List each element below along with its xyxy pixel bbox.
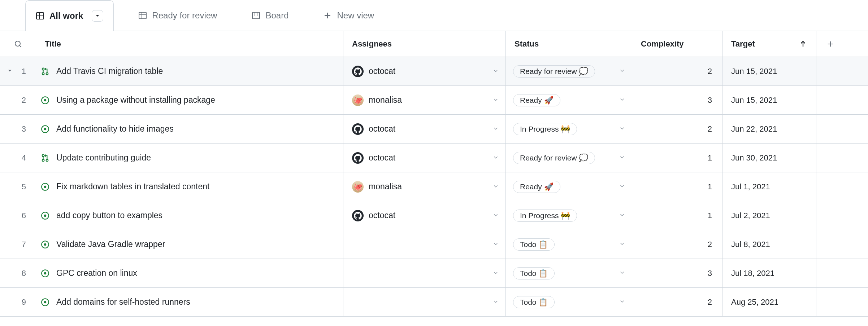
table-row[interactable]: 5Fix markdown tables in translated conte… — [0, 172, 868, 201]
chevron-down-icon[interactable] — [619, 125, 625, 133]
tab-options-button[interactable] — [92, 10, 103, 22]
search-button[interactable] — [0, 31, 36, 57]
chevron-down-icon[interactable] — [492, 95, 499, 105]
table-row[interactable]: 1Add Travis CI migration tableoctocatRea… — [0, 57, 868, 86]
title-cell[interactable]: Add Travis CI migration table — [36, 57, 343, 85]
status-cell[interactable]: Ready for review 💭 — [505, 57, 632, 85]
target-date: Jun 22, 2021 — [731, 124, 777, 134]
complexity-cell[interactable]: 3 — [632, 86, 722, 114]
add-column-button[interactable] — [816, 31, 845, 57]
row-number-value: 5 — [22, 182, 26, 191]
status-cell[interactable]: Todo 📋 — [505, 288, 632, 316]
row-number-value: 8 — [22, 269, 26, 278]
avatar: 🐙 — [352, 181, 364, 193]
tab-label: Board — [265, 10, 288, 21]
title-cell[interactable]: Validate Java Gradle wrapper — [36, 230, 343, 259]
table-row[interactable]: 4Update contributing guideoctocatReady f… — [0, 144, 868, 172]
status-cell[interactable]: In Progress 🚧 — [505, 201, 632, 230]
assignee-cell[interactable]: 🐙monalisa — [343, 172, 505, 201]
chevron-down-icon[interactable] — [492, 182, 499, 191]
status-cell[interactable]: Ready for review 💭 — [505, 144, 632, 172]
issue-icon — [40, 96, 50, 105]
complexity-cell[interactable]: 1 — [632, 172, 722, 201]
chevron-down-icon[interactable] — [619, 211, 625, 220]
status-cell[interactable]: Todo 📋 — [505, 230, 632, 259]
chevron-down-icon[interactable] — [619, 240, 625, 249]
chevron-down-icon[interactable] — [492, 268, 499, 278]
title-cell[interactable]: Add domains for self-hosted runners — [36, 288, 343, 316]
assignee-cell[interactable]: 🐙monalisa — [343, 86, 505, 114]
chevron-down-icon[interactable] — [619, 154, 625, 162]
assignee-cell[interactable]: octocat — [343, 57, 505, 85]
chevron-down-icon[interactable] — [492, 66, 499, 76]
complexity-cell[interactable]: 2 — [632, 230, 722, 259]
assignee-cell[interactable] — [343, 230, 505, 259]
chevron-down-icon[interactable] — [619, 298, 625, 307]
complexity-cell[interactable]: 1 — [632, 201, 722, 230]
target-cell[interactable]: Jun 30, 2021 — [722, 144, 816, 172]
chevron-down-icon[interactable] — [492, 153, 499, 163]
chevron-down-icon[interactable] — [619, 96, 625, 105]
status-cell[interactable]: Ready 🚀 — [505, 86, 632, 114]
target-cell[interactable]: Jul 18, 2021 — [722, 259, 816, 287]
chevron-down-icon[interactable] — [492, 297, 499, 307]
chevron-down-icon[interactable] — [492, 211, 499, 220]
assignee-cell[interactable]: octocat — [343, 144, 505, 172]
avatar — [352, 210, 364, 221]
column-label: Target — [731, 39, 755, 49]
title-cell[interactable]: Add functionality to hide images — [36, 115, 343, 143]
chevron-down-icon[interactable] — [619, 182, 625, 191]
assignee-cell[interactable] — [343, 288, 505, 316]
chevron-down-icon[interactable] — [492, 124, 499, 134]
column-header-complexity[interactable]: Complexity — [632, 31, 722, 57]
complexity-cell[interactable]: 2 — [632, 115, 722, 143]
column-header-title[interactable]: Title — [36, 31, 343, 57]
status-cell[interactable]: In Progress 🚧 — [505, 115, 632, 143]
tab-ready-for-review[interactable]: Ready for review — [128, 0, 227, 31]
title-cell[interactable]: Fix markdown tables in translated conten… — [36, 172, 343, 201]
status-cell[interactable]: Todo 📋 — [505, 259, 632, 287]
status-cell[interactable]: Ready 🚀 — [505, 172, 632, 201]
chevron-down-icon[interactable] — [492, 239, 499, 249]
target-cell[interactable]: Jun 15, 2021 — [722, 86, 816, 114]
plus-icon — [323, 11, 332, 20]
table-row[interactable]: 3Add functionality to hide imagesoctocat… — [0, 115, 868, 144]
assignee-cell[interactable]: octocat — [343, 115, 505, 143]
row-number: 2 — [0, 86, 36, 114]
title-cell[interactable]: Using a package without installing packa… — [36, 86, 343, 114]
complexity-cell[interactable]: 3 — [632, 259, 722, 287]
complexity-cell[interactable]: 2 — [632, 288, 722, 316]
complexity-cell[interactable]: 1 — [632, 144, 722, 172]
column-header-status[interactable]: Status — [505, 31, 632, 57]
target-cell[interactable]: Aug 25, 2021 — [722, 288, 816, 316]
table-row[interactable]: 2Using a package without installing pack… — [0, 86, 868, 115]
tab-all-work[interactable]: All work — [25, 0, 114, 31]
table-row[interactable]: 6add copy button to examplesoctocatIn Pr… — [0, 201, 868, 230]
title-text: Add domains for self-hosted runners — [56, 297, 190, 307]
target-cell[interactable]: Jul 1, 2021 — [722, 172, 816, 201]
target-cell[interactable]: Jul 8, 2021 — [722, 230, 816, 259]
title-cell[interactable]: add copy button to examples — [36, 201, 343, 230]
chevron-down-icon[interactable] — [619, 67, 625, 76]
target-cell[interactable]: Jun 22, 2021 — [722, 115, 816, 143]
board-icon — [252, 11, 260, 20]
chevron-down-icon[interactable] — [619, 269, 625, 278]
tab-new-view[interactable]: New view — [313, 0, 384, 31]
table-row[interactable]: 7Validate Java Gradle wrapperTodo 📋2Jul … — [0, 230, 868, 259]
target-cell[interactable]: Jun 15, 2021 — [722, 57, 816, 85]
avatar — [352, 123, 364, 135]
complexity-value: 1 — [708, 153, 712, 163]
title-cell[interactable]: Update contributing guide — [36, 144, 343, 172]
column-header-target[interactable]: Target — [722, 31, 816, 57]
title-cell[interactable]: GPC creation on linux — [36, 259, 343, 287]
complexity-cell[interactable]: 2 — [632, 57, 722, 85]
table-row[interactable]: 9Add domains for self-hosted runnersTodo… — [0, 288, 868, 317]
column-header-assignees[interactable]: Assignees — [343, 31, 505, 57]
chevron-down-icon[interactable] — [6, 67, 13, 76]
tab-board[interactable]: Board — [242, 0, 299, 31]
assignee-cell[interactable]: octocat — [343, 201, 505, 230]
assignee-cell[interactable] — [343, 259, 505, 287]
assignee-name: octocat — [369, 153, 395, 163]
table-row[interactable]: 8GPC creation on linuxTodo 📋3Jul 18, 202… — [0, 259, 868, 288]
target-cell[interactable]: Jul 2, 2021 — [722, 201, 816, 230]
